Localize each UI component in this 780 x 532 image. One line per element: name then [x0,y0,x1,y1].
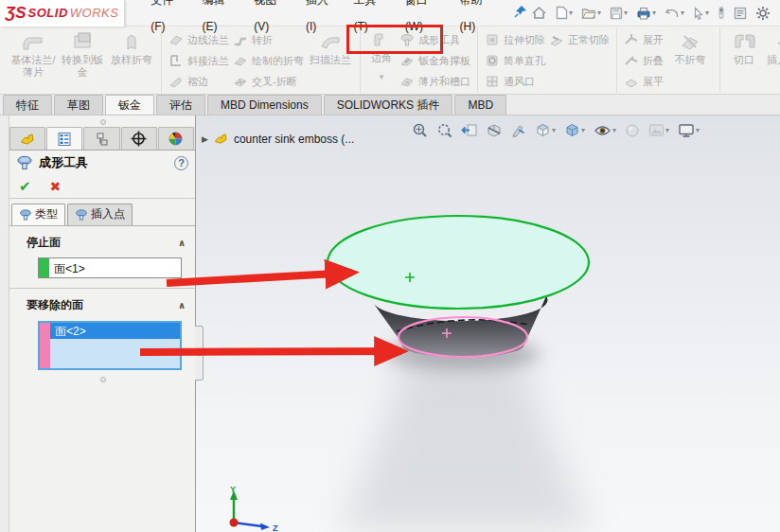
apply-scene-caret[interactable]: ▾ [665,126,669,134]
base-flange-button[interactable]: 基体法兰/薄片 [9,27,58,93]
rip-button[interactable]: 切口 [725,27,763,93]
print-button[interactable]: ▾ [634,5,658,22]
tab-sketch[interactable]: 草图 [54,95,103,115]
panel-drag-handle[interactable] [100,119,106,125]
tab-sheet-metal[interactable]: 钣金 [105,95,154,115]
fold-icon [624,53,639,68]
corner-caret[interactable]: ▾ [380,72,384,81]
hide-show-items-button[interactable]: ▾ [594,124,616,137]
miter-flange-button[interactable]: 斜接法兰 [167,50,231,71]
convert-to-sheetmetal-button[interactable]: 转换到钣金 [58,27,107,93]
insert-bends-button[interactable]: 插入折弯 [763,27,780,93]
cross-break-button[interactable]: 交叉-折断 [231,71,306,92]
tab-solidworks-addins[interactable]: SOLIDWORKS 插件 [324,95,453,115]
unfold-button[interactable]: 展开 [622,29,665,50]
cancel-button[interactable]: ✖ [50,179,62,194]
cross-break-icon [233,74,248,89]
tab-mbd[interactable]: MBD [454,95,506,115]
options-list-button[interactable] [732,5,749,22]
triad-origin-x [230,519,239,527]
listbox-resize-handle[interactable] [100,377,106,382]
print-icon [636,7,651,20]
hide-show-caret[interactable]: ▾ [612,126,616,134]
subtab-type[interactable]: 类型 [11,204,65,225]
tree-expand-arrow[interactable]: ▶ [202,134,208,144]
vent-button[interactable]: 通风口 [483,71,547,92]
menu-view[interactable]: 视图(V) [245,0,297,40]
apply-scene-button[interactable]: ▾ [648,123,669,137]
stop-face-item[interactable]: 面<1> [49,258,90,277]
model-canvas[interactable] [196,115,777,532]
featuremanager-icon [19,132,36,147]
sketched-bend-label: 绘制的折弯 [252,54,304,68]
save-button[interactable]: ▾ [608,5,629,22]
tab-evaluate[interactable]: 评估 [156,95,205,115]
select-button[interactable]: ▾ [691,5,711,22]
tab-mbd-dimensions-label: MBD Dimensions [221,98,309,112]
toggle-visibility-button[interactable] [716,4,727,22]
menu-tools[interactable]: 工具(T) [346,0,397,40]
previous-view-button[interactable] [461,123,478,137]
tab-propertymanager[interactable] [46,127,82,150]
ok-button[interactable]: ✔ [19,178,31,195]
simple-hole-button[interactable]: 简单直孔 [483,50,547,71]
new-document-button[interactable]: ▾ [554,4,575,22]
normal-cut-button[interactable]: 正常切除 [547,29,612,50]
gusset-button[interactable]: 钣金角撑板 [398,50,472,71]
pin-menu-button[interactable] [513,4,529,23]
remove-faces-item[interactable]: 面<2> [50,323,180,339]
corner-label: 边角 [371,52,392,64]
tab-mbd-dimensions[interactable]: MBD Dimensions [207,95,322,115]
view-settings-button[interactable]: ▾ [678,123,700,138]
flatten-button[interactable]: 展平 [622,71,665,92]
hem-button[interactable]: 褶边 [167,71,231,92]
menu-edit[interactable]: 编辑(E) [193,0,245,40]
menu-help[interactable]: 帮助(H) [452,0,504,40]
menu-insert[interactable]: 插入(I) [297,0,345,40]
edit-appearance-button[interactable] [625,123,640,138]
display-style-caret[interactable]: ▾ [581,126,585,134]
section-view-button[interactable] [487,123,502,138]
tab-configurationmanager[interactable] [83,127,119,150]
stop-face-collapse-chevron[interactable]: ∧ [178,238,186,248]
logo-ds-glyph: ƷS [6,4,27,23]
view-settings-caret[interactable]: ▾ [696,126,700,134]
sketched-bend-icon [233,53,248,68]
selected-stop-face[interactable] [328,216,589,309]
undo-button[interactable]: ▾ [663,5,686,21]
tab-and-slot-button[interactable]: 薄片和槽口 [398,71,472,92]
section-view-icon [487,123,502,138]
remove-faces-listbox[interactable]: 面<2> [38,321,182,370]
tab-features[interactable]: 特征 [3,95,52,115]
display-style-button[interactable]: ▾ [564,122,585,138]
home-button[interactable] [529,4,549,22]
settings-button[interactable] [753,4,772,23]
view-orientation-button[interactable]: ▾ [535,122,556,138]
graphics-viewport[interactable]: ▾ ▾ ▾ ▾ ▾ ▶ counter sink emboss (... Y Z [196,115,780,532]
zoom-fit-button[interactable] [412,122,428,138]
menu-file[interactable]: 文件(F) [142,0,193,40]
form-tool-type-icon [19,208,32,222]
tab-featuremanager[interactable] [9,127,45,150]
open-folder-icon [581,7,596,20]
no-bends-button[interactable]: 不折弯 [665,27,715,93]
tab-dimxpertmanager[interactable] [121,127,157,150]
previous-view-icon [461,123,478,137]
tree-item-part-name[interactable]: counter sink emboss (... [234,133,354,146]
feature-tree-flyout: ▶ counter sink emboss (... [202,132,354,146]
open-button[interactable]: ▾ [579,5,603,22]
panel-splitter-handle[interactable] [195,326,204,381]
vent-label: 通风口 [504,75,535,89]
view-orientation-caret[interactable]: ▾ [552,126,556,134]
zoom-area-button[interactable] [436,122,452,138]
display-style-icon [564,122,580,138]
stop-face-listbox[interactable]: 面<1> [38,257,182,278]
remove-faces-collapse-chevron[interactable]: ∧ [178,300,186,310]
subtab-insert-point[interactable]: 插入点 [67,204,133,225]
help-button[interactable]: ? [174,156,188,170]
menu-window[interactable]: 窗口(W) [397,0,452,40]
sketched-bend-button[interactable]: 绘制的折弯 [231,50,306,71]
tab-displaymanager[interactable] [158,127,194,150]
fold-button[interactable]: 折叠 [622,50,665,71]
annotation-view-button[interactable] [510,123,526,138]
